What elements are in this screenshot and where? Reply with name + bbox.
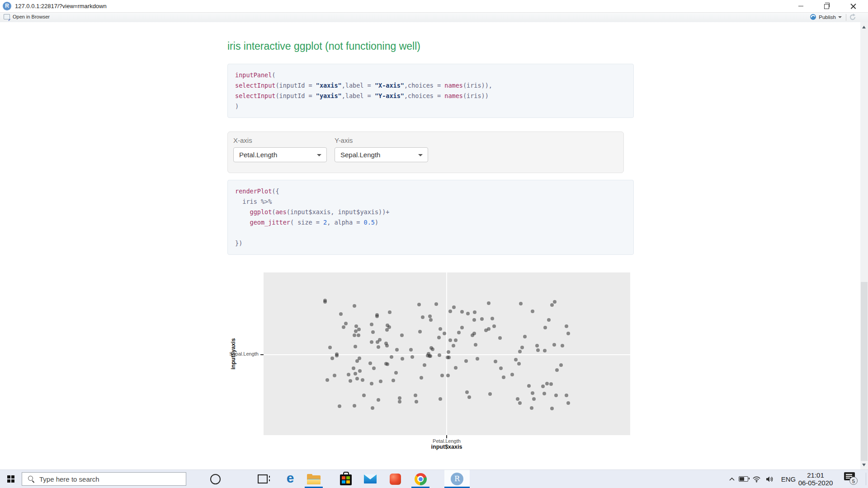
chevron-down-icon: [317, 154, 321, 156]
task-view-button[interactable]: [251, 470, 274, 488]
show-desktop-separator[interactable]: [866, 473, 866, 485]
scroll-up-arrow-icon[interactable]: [862, 26, 866, 28]
rstudio-button[interactable]: R: [444, 470, 470, 488]
taskbar-search-input[interactable]: Type here to search: [22, 472, 186, 486]
scatter-point: [516, 397, 519, 401]
scatter-point: [454, 366, 458, 370]
scatter-point: [565, 324, 568, 328]
scatter-point: [541, 385, 545, 388]
office-button[interactable]: [384, 470, 406, 488]
xaxis-select[interactable]: Petal.Length: [233, 147, 327, 162]
scatter-point: [498, 336, 502, 340]
scatter-point: [409, 348, 413, 352]
code-line: selectInput(inputId = "yaxis",label = "Y…: [235, 91, 626, 101]
scatter-point: [517, 362, 521, 366]
search-icon: [28, 475, 35, 483]
language-indicator[interactable]: ENG: [779, 470, 797, 488]
action-center-button[interactable]: 5: [842, 470, 863, 488]
code-line: [235, 228, 626, 238]
scatter-point: [488, 392, 492, 396]
scatter-point: [543, 349, 547, 352]
vertical-scrollbar[interactable]: [860, 22, 868, 470]
scatter-point: [487, 327, 491, 331]
clock[interactable]: 21:01 06-05-2020: [796, 470, 835, 488]
scatter-point: [527, 384, 531, 388]
battery-icon: [739, 476, 748, 482]
scatter-point: [460, 310, 464, 314]
yaxis-select-value: Sepal.Length: [340, 151, 380, 159]
scroll-down-arrow-icon[interactable]: [862, 464, 866, 466]
battery-status-button[interactable]: [737, 470, 750, 488]
yaxis-select-label: Y-axis: [335, 136, 429, 144]
tray-date: 06-05-2020: [798, 479, 833, 487]
microsoft-store-button[interactable]: [335, 470, 357, 488]
scatter-point: [414, 394, 417, 397]
scatter-point: [530, 406, 533, 410]
chevron-up-icon: [729, 477, 735, 481]
scatter-point: [326, 378, 329, 382]
scatter-point: [390, 355, 393, 359]
scatter-point: [355, 377, 359, 380]
minimize-button[interactable]: [790, 0, 811, 12]
yaxis-select[interactable]: Sepal.Length: [335, 147, 428, 162]
open-in-browser-button[interactable]: Open in Browser: [4, 14, 50, 19]
scatter-point: [452, 344, 455, 347]
code-line: inputPanel(: [235, 70, 626, 80]
scatter-point: [535, 344, 539, 347]
scatter-point: [398, 400, 401, 404]
scatter-point: [518, 350, 522, 353]
code-block-render-plot: renderPlot({ iris %>% ggplot(aes(input$x…: [227, 180, 634, 255]
open-in-browser-icon: [4, 14, 10, 19]
scatter-point: [330, 357, 334, 360]
scatter-point: [487, 301, 491, 305]
edge-button[interactable]: e: [279, 470, 302, 488]
refresh-icon[interactable]: [849, 14, 856, 21]
ggplot-scatter-panel: [264, 272, 630, 435]
scatter-point: [362, 394, 366, 397]
scatter-point: [429, 318, 433, 322]
scatter-point: [361, 378, 364, 382]
close-button[interactable]: [843, 0, 863, 12]
xaxis-select-label: X-axis: [233, 136, 328, 144]
scatter-point: [386, 362, 389, 366]
scatter-point: [536, 348, 540, 352]
restore-button[interactable]: [816, 0, 837, 12]
scatter-point: [566, 401, 570, 405]
tray-chevron-up-button[interactable]: [726, 470, 737, 488]
scatter-point: [392, 379, 395, 382]
plot-x-tick-label: Petal.Length: [410, 438, 483, 444]
network-status-button[interactable]: [750, 470, 762, 488]
publish-menu-caret[interactable]: [838, 16, 842, 18]
scatter-point: [510, 373, 514, 376]
scatter-point: [342, 325, 345, 329]
scatter-point: [429, 354, 432, 358]
publish-icon: [810, 14, 816, 20]
scrollbar-thumb[interactable]: [861, 282, 868, 461]
scatter-point: [465, 390, 469, 394]
start-button[interactable]: [0, 470, 22, 488]
scatter-point: [377, 345, 380, 349]
xaxis-form-group: X-axis Petal.Length: [233, 136, 328, 162]
cortana-button[interactable]: [204, 470, 226, 488]
notification-count-badge: 5: [849, 477, 858, 485]
scatter-point: [476, 357, 479, 361]
chrome-button[interactable]: [409, 470, 432, 488]
scatter-point: [375, 314, 379, 318]
volume-button[interactable]: [763, 470, 776, 488]
scatter-point: [452, 305, 456, 309]
scatter-point: [542, 392, 546, 395]
scatter-point: [347, 373, 350, 376]
scatter-point: [440, 374, 444, 377]
scatter-point: [371, 330, 375, 334]
publish-button[interactable]: Publish: [810, 14, 842, 20]
task-view-icon: [258, 474, 268, 483]
scatter-point: [447, 356, 451, 359]
rstudio-icon: R: [451, 473, 463, 485]
scatter-point: [552, 343, 556, 347]
mail-button[interactable]: [359, 470, 382, 488]
scatter-point: [415, 400, 418, 404]
scatter-point: [338, 404, 341, 408]
file-explorer-icon: [307, 474, 321, 484]
file-explorer-button[interactable]: [302, 470, 325, 488]
cortana-icon: [210, 474, 221, 484]
